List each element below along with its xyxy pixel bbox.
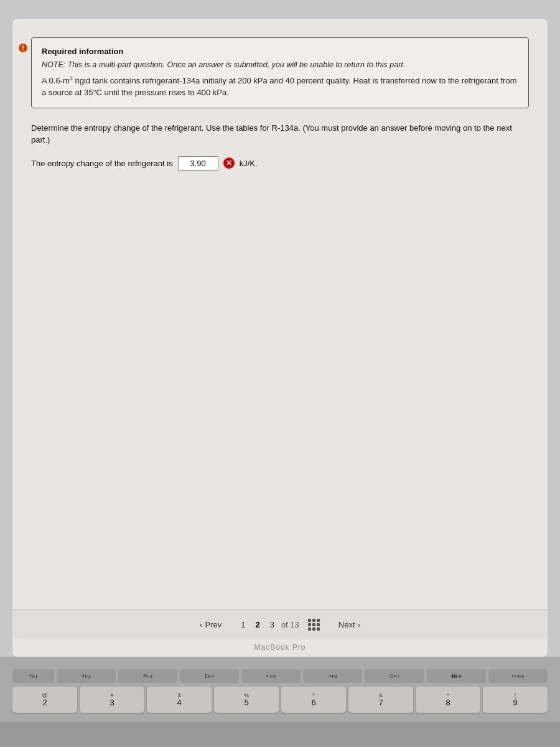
keyboard: ☀F1 ☀F2 ⊞F3 ⣿F4 ⇤F5 ⇥F6 ◫F7 ▮▮F8 D/SF9 @ (0, 657, 560, 722)
macbook-label: MacBook Pro (12, 639, 548, 657)
grid-dot (308, 619, 311, 622)
key-5-main: 5 (244, 698, 248, 707)
page-3[interactable]: 3 (267, 619, 278, 631)
screen: ! Required information NOTE: This is a m… (12, 19, 548, 657)
answer-row: The entropy change of the refrigerant is… (31, 156, 529, 171)
fn-key-f2[interactable]: ☀F2 (57, 669, 116, 683)
grid-dot (308, 623, 311, 626)
key-2[interactable]: @ 2 (12, 687, 77, 713)
answer-label: The entropy change of the refrigerant is (31, 159, 173, 168)
key-9-main: 9 (513, 698, 517, 707)
key-8-main: 8 (446, 698, 450, 707)
key-7-main: 7 (378, 698, 383, 707)
grid-view-icon[interactable] (308, 619, 320, 631)
answer-input[interactable] (178, 156, 218, 171)
of-text: of 13 (281, 620, 299, 629)
key-5[interactable]: % 5 (214, 687, 279, 713)
key-4[interactable]: $ 4 (147, 687, 212, 713)
next-button[interactable]: Next › (329, 616, 370, 633)
fn-key-f6[interactable]: ⇥F6 (303, 669, 362, 683)
key-3[interactable]: # 3 (80, 687, 144, 713)
question-text: Determine the entropy change of the refr… (31, 122, 529, 146)
warning-icon: ! (19, 44, 27, 52)
grid-dot (312, 619, 315, 622)
fn-key-f3[interactable]: ⊞F3 (118, 669, 177, 683)
info-box-title: Required information (42, 47, 518, 56)
fn-row: ☀F1 ☀F2 ⊞F3 ⣿F4 ⇤F5 ⇥F6 ◫F7 ▮▮F8 D/SF9 (12, 669, 548, 683)
num-row: @ 2 # 3 $ 4 % 5 ^ 6 & 7 * 8 ( 9 (12, 687, 548, 713)
key-6[interactable]: ^ 6 (281, 687, 346, 713)
info-box-note: NOTE: This is a multi-part question. Onc… (42, 60, 518, 71)
key-7[interactable]: & 7 (348, 687, 413, 713)
page-2[interactable]: 2 (252, 619, 263, 631)
grid-dot (317, 623, 320, 626)
unit-text: kJ/K. (240, 159, 258, 168)
grid-dot (317, 627, 320, 631)
key-8[interactable]: * 8 (416, 687, 480, 713)
error-icon: ✕ (223, 157, 235, 169)
next-chevron-icon: › (358, 620, 360, 629)
screen-content: Required information NOTE: This is a mul… (12, 19, 548, 609)
key-2-main: 2 (42, 698, 47, 707)
key-3-main: 3 (110, 698, 114, 707)
fn-key-f1[interactable]: ☀F1 (12, 669, 54, 683)
key-6-main: 6 (311, 698, 315, 707)
grid-dot (312, 623, 315, 626)
prev-button[interactable]: ‹ Prev (190, 616, 231, 633)
prev-chevron-icon: ‹ (200, 620, 202, 629)
grid-dot (317, 619, 320, 622)
key-9[interactable]: ( 9 (483, 687, 548, 713)
key-4-main: 4 (177, 698, 181, 707)
grid-dot (312, 627, 315, 631)
page-numbers: 1 2 3 of 13 (238, 619, 299, 631)
fn-key-f4[interactable]: ⣿F4 (180, 669, 239, 683)
fn-key-f8[interactable]: ▮▮F8 (427, 669, 486, 683)
fn-key-f7[interactable]: ◫F7 (365, 669, 424, 683)
info-box: Required information NOTE: This is a mul… (31, 37, 529, 108)
bottom-strip (0, 722, 560, 747)
next-label: Next (338, 620, 355, 629)
page-1[interactable]: 1 (238, 619, 248, 631)
fn-key-f5[interactable]: ⇤F5 (241, 669, 301, 683)
grid-dot (308, 627, 311, 631)
prev-label: Prev (205, 620, 222, 629)
nav-bar: ‹ Prev 1 2 3 of 13 Next › (12, 609, 548, 639)
info-box-body: A 0.6-m3 rigid tank contains refrigerant… (42, 75, 518, 99)
fn-key-f9[interactable]: D/SF9 (488, 669, 548, 683)
